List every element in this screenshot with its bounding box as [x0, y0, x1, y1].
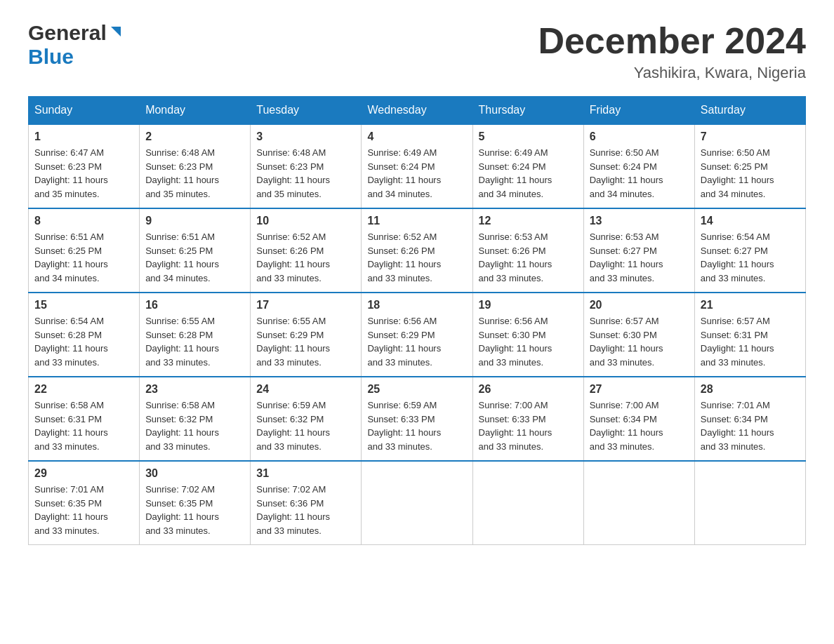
day-number: 5 [479, 130, 578, 143]
calendar-day-23: 23Sunrise: 6:58 AMSunset: 6:32 PMDayligh… [140, 377, 251, 461]
day-number: 24 [256, 383, 355, 396]
calendar-day-4: 4Sunrise: 6:49 AMSunset: 6:24 PMDaylight… [362, 124, 472, 208]
calendar-day-17: 17Sunrise: 6:55 AMSunset: 6:29 PMDayligh… [251, 293, 362, 377]
svg-marker-0 [111, 27, 121, 36]
weekday-header-sunday: Sunday [29, 97, 140, 125]
day-info: Sunrise: 6:53 AMSunset: 6:27 PMDaylight:… [590, 230, 689, 285]
day-info: Sunrise: 6:56 AMSunset: 6:29 PMDaylight:… [367, 314, 466, 369]
weekday-header-row: SundayMondayTuesdayWednesdayThursdayFrid… [29, 97, 806, 125]
weekday-header-monday: Monday [140, 97, 251, 125]
calendar-week-row-5: 29Sunrise: 7:01 AMSunset: 6:35 PMDayligh… [29, 461, 806, 545]
calendar-day-25: 25Sunrise: 6:59 AMSunset: 6:33 PMDayligh… [362, 377, 472, 461]
day-info: Sunrise: 6:49 AMSunset: 6:24 PMDaylight:… [479, 146, 578, 201]
day-number: 16 [145, 299, 244, 311]
calendar-day-29: 29Sunrise: 7:01 AMSunset: 6:35 PMDayligh… [29, 461, 140, 545]
calendar-day-24: 24Sunrise: 6:59 AMSunset: 6:32 PMDayligh… [251, 377, 362, 461]
day-number: 12 [479, 215, 578, 227]
day-number: 10 [256, 215, 355, 227]
day-info: Sunrise: 6:49 AMSunset: 6:24 PMDaylight:… [367, 146, 466, 201]
calendar-day-28: 28Sunrise: 7:01 AMSunset: 6:34 PMDayligh… [694, 377, 805, 461]
day-info: Sunrise: 6:54 AMSunset: 6:28 PMDaylight:… [34, 314, 133, 369]
day-info: Sunrise: 6:50 AMSunset: 6:25 PMDaylight:… [701, 146, 800, 201]
day-number: 4 [367, 130, 466, 143]
calendar-empty-cell [472, 461, 583, 545]
calendar-day-14: 14Sunrise: 6:54 AMSunset: 6:27 PMDayligh… [694, 208, 805, 293]
day-number: 22 [34, 383, 133, 396]
calendar-day-13: 13Sunrise: 6:53 AMSunset: 6:27 PMDayligh… [583, 208, 694, 293]
calendar-day-27: 27Sunrise: 7:00 AMSunset: 6:34 PMDayligh… [583, 377, 694, 461]
calendar-empty-cell [583, 461, 694, 545]
day-info: Sunrise: 6:53 AMSunset: 6:26 PMDaylight:… [479, 230, 578, 285]
day-number: 9 [145, 215, 244, 227]
day-info: Sunrise: 6:55 AMSunset: 6:29 PMDaylight:… [256, 314, 355, 369]
day-info: Sunrise: 6:59 AMSunset: 6:33 PMDaylight:… [367, 398, 466, 453]
day-info: Sunrise: 6:58 AMSunset: 6:31 PMDaylight:… [34, 398, 133, 453]
weekday-header-tuesday: Tuesday [251, 97, 362, 125]
logo-general-text: General [28, 21, 107, 45]
day-info: Sunrise: 6:50 AMSunset: 6:24 PMDaylight:… [590, 146, 689, 201]
calendar-day-8: 8Sunrise: 6:51 AMSunset: 6:25 PMDaylight… [29, 208, 140, 293]
day-number: 30 [145, 467, 244, 480]
day-number: 3 [256, 130, 355, 143]
calendar-day-18: 18Sunrise: 6:56 AMSunset: 6:29 PMDayligh… [362, 293, 472, 377]
day-info: Sunrise: 6:55 AMSunset: 6:28 PMDaylight:… [145, 314, 244, 369]
day-info: Sunrise: 7:01 AMSunset: 6:35 PMDaylight:… [34, 483, 133, 537]
day-info: Sunrise: 6:58 AMSunset: 6:32 PMDaylight:… [145, 398, 244, 453]
calendar-day-2: 2Sunrise: 6:48 AMSunset: 6:23 PMDaylight… [140, 124, 251, 208]
day-number: 28 [701, 383, 800, 396]
day-info: Sunrise: 6:54 AMSunset: 6:27 PMDaylight:… [701, 230, 800, 285]
weekday-header-saturday: Saturday [694, 97, 805, 125]
day-number: 19 [479, 299, 578, 311]
calendar-day-31: 31Sunrise: 7:02 AMSunset: 6:36 PMDayligh… [251, 461, 362, 545]
day-info: Sunrise: 6:56 AMSunset: 6:30 PMDaylight:… [479, 314, 578, 369]
day-info: Sunrise: 7:00 AMSunset: 6:33 PMDaylight:… [479, 398, 578, 453]
weekday-header-friday: Friday [583, 97, 694, 125]
calendar-week-row-4: 22Sunrise: 6:58 AMSunset: 6:31 PMDayligh… [29, 377, 806, 461]
calendar-day-1: 1Sunrise: 6:47 AMSunset: 6:23 PMDaylight… [29, 124, 140, 208]
calendar-day-3: 3Sunrise: 6:48 AMSunset: 6:23 PMDaylight… [251, 124, 362, 208]
day-number: 6 [590, 130, 689, 143]
day-info: Sunrise: 7:02 AMSunset: 6:35 PMDaylight:… [145, 483, 244, 537]
day-number: 27 [590, 383, 689, 396]
calendar-table: SundayMondayTuesdayWednesdayThursdayFrid… [28, 96, 806, 545]
calendar-day-9: 9Sunrise: 6:51 AMSunset: 6:25 PMDaylight… [140, 208, 251, 293]
calendar-day-26: 26Sunrise: 7:00 AMSunset: 6:33 PMDayligh… [472, 377, 583, 461]
day-number: 29 [34, 467, 133, 480]
logo: General Blue [28, 21, 124, 69]
calendar-week-row-1: 1Sunrise: 6:47 AMSunset: 6:23 PMDaylight… [29, 124, 806, 208]
calendar-day-12: 12Sunrise: 6:53 AMSunset: 6:26 PMDayligh… [472, 208, 583, 293]
calendar-day-10: 10Sunrise: 6:52 AMSunset: 6:26 PMDayligh… [251, 208, 362, 293]
calendar-day-15: 15Sunrise: 6:54 AMSunset: 6:28 PMDayligh… [29, 293, 140, 377]
day-number: 8 [34, 215, 133, 227]
day-number: 15 [34, 299, 133, 311]
day-number: 11 [367, 215, 466, 227]
day-info: Sunrise: 6:59 AMSunset: 6:32 PMDaylight:… [256, 398, 355, 453]
day-info: Sunrise: 6:52 AMSunset: 6:26 PMDaylight:… [256, 230, 355, 285]
day-number: 2 [145, 130, 244, 143]
day-info: Sunrise: 6:48 AMSunset: 6:23 PMDaylight:… [145, 146, 244, 201]
calendar-empty-cell [694, 461, 805, 545]
day-number: 7 [701, 130, 800, 143]
day-number: 18 [367, 299, 466, 311]
day-info: Sunrise: 6:47 AMSunset: 6:23 PMDaylight:… [34, 146, 133, 201]
day-number: 26 [479, 383, 578, 396]
calendar-day-7: 7Sunrise: 6:50 AMSunset: 6:25 PMDaylight… [694, 124, 805, 208]
calendar-day-16: 16Sunrise: 6:55 AMSunset: 6:28 PMDayligh… [140, 293, 251, 377]
calendar-day-20: 20Sunrise: 6:57 AMSunset: 6:30 PMDayligh… [583, 293, 694, 377]
calendar-week-row-3: 15Sunrise: 6:54 AMSunset: 6:28 PMDayligh… [29, 293, 806, 377]
day-info: Sunrise: 6:48 AMSunset: 6:23 PMDaylight:… [256, 146, 355, 201]
day-info: Sunrise: 7:02 AMSunset: 6:36 PMDaylight:… [256, 483, 355, 537]
day-number: 25 [367, 383, 466, 396]
calendar-empty-cell [362, 461, 472, 545]
calendar-day-11: 11Sunrise: 6:52 AMSunset: 6:26 PMDayligh… [362, 208, 472, 293]
calendar-day-5: 5Sunrise: 6:49 AMSunset: 6:24 PMDaylight… [472, 124, 583, 208]
title-section: December 2024 Yashikira, Kwara, Nigeria [538, 21, 806, 82]
weekday-header-wednesday: Wednesday [362, 97, 472, 125]
calendar-day-21: 21Sunrise: 6:57 AMSunset: 6:31 PMDayligh… [694, 293, 805, 377]
weekday-header-thursday: Thursday [472, 97, 583, 125]
day-number: 14 [701, 215, 800, 227]
day-number: 1 [34, 130, 133, 143]
day-number: 20 [590, 299, 689, 311]
calendar-week-row-2: 8Sunrise: 6:51 AMSunset: 6:25 PMDaylight… [29, 208, 806, 293]
page-header: General Blue December 2024 Yashikira, Kw… [28, 21, 806, 82]
